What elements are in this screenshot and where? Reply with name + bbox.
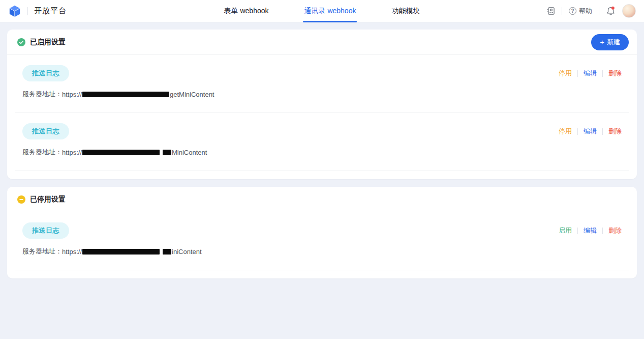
disable-link[interactable]: 停用 [559, 69, 572, 78]
webhook-entry: 推送日志 停用 编辑 删除 服务器地址：https://MiniContent [15, 113, 629, 171]
url-tail: MiniContent [172, 149, 207, 156]
brand: 开放平台 [8, 5, 67, 18]
redaction-bar [163, 249, 171, 255]
action-divider [602, 128, 603, 135]
redaction-bar [82, 150, 160, 155]
app-logo-cube-icon[interactable] [8, 5, 21, 18]
disabled-settings-card: 已停用设置 推送日志 启用 编辑 删除 服务器地址：https://iniCon… [7, 187, 637, 278]
delete-link[interactable]: 删除 [608, 226, 622, 235]
tab-form-webhook[interactable]: 表单 webhook [224, 0, 269, 22]
entry-actions: 停用 编辑 删除 [559, 127, 622, 136]
new-webhook-button[interactable]: + 新建 [591, 34, 629, 50]
tab-contacts-webhook[interactable]: 通讯录 webhook [304, 0, 356, 22]
disable-link[interactable]: 停用 [559, 127, 572, 136]
header-divider [562, 7, 562, 15]
plus-icon: + [600, 38, 604, 46]
server-address-label: 服务器地址： [22, 90, 62, 99]
url-prefix: https:// [62, 91, 82, 98]
edit-link[interactable]: 编辑 [584, 127, 597, 136]
redaction-bar [82, 92, 169, 97]
user-avatar[interactable] [622, 4, 636, 18]
entry-actions: 启用 编辑 删除 [559, 226, 622, 235]
action-divider [577, 228, 578, 234]
url-prefix: https:// [62, 149, 82, 156]
server-address-label: 服务器地址： [22, 247, 62, 256]
header-divider [27, 7, 28, 15]
action-divider [602, 70, 603, 77]
server-address-label: 服务器地址： [22, 148, 62, 157]
push-log-badge[interactable]: 推送日志 [22, 222, 69, 239]
address-book-icon[interactable] [546, 7, 555, 15]
webhook-entry: 推送日志 启用 编辑 删除 服务器地址：https://iniContent [15, 212, 629, 270]
server-address: 服务器地址：https://MiniContent [22, 148, 622, 157]
help-question-icon: ? [569, 7, 576, 15]
server-address: 服务器地址：https://getMiniContent [22, 90, 622, 99]
section-title-enabled: 已启用设置 [30, 38, 66, 47]
page-title: 开放平台 [34, 6, 67, 16]
url-tail: getMiniContent [170, 91, 214, 98]
help-button[interactable]: ? 帮助 [569, 7, 592, 16]
url-tail: iniContent [172, 248, 202, 256]
edit-link[interactable]: 编辑 [584, 69, 597, 78]
server-address: 服务器地址：https://iniContent [22, 247, 622, 256]
enabled-settings-header: 已启用设置 + 新建 [7, 30, 637, 55]
topbar-actions: ? 帮助 [546, 4, 636, 18]
action-divider [577, 128, 578, 135]
check-circle-icon [17, 38, 25, 46]
disabled-settings-header: 已停用设置 [7, 187, 637, 212]
push-log-badge[interactable]: 推送日志 [22, 123, 69, 139]
tab-function-modules[interactable]: 功能模块 [391, 0, 420, 22]
delete-link[interactable]: 删除 [608, 69, 622, 78]
redaction-bar [163, 150, 171, 155]
enabled-settings-card: 已启用设置 + 新建 推送日志 停用 编辑 删除 服务器地址：https://g [7, 30, 637, 179]
redaction-bar [82, 249, 160, 255]
header-divider [599, 7, 599, 15]
top-navigation-bar: 开放平台 表单 webhook 通讯录 webhook 功能模块 ? 帮助 [0, 0, 644, 22]
minus-circle-icon [17, 195, 25, 204]
delete-link[interactable]: 删除 [608, 127, 622, 136]
content-area: 已启用设置 + 新建 推送日志 停用 编辑 删除 服务器地址：https://g [0, 22, 644, 293]
action-divider [602, 228, 603, 234]
push-log-badge[interactable]: 推送日志 [22, 65, 69, 81]
notification-bell-icon[interactable] [606, 6, 616, 16]
action-divider [577, 70, 578, 77]
entry-actions: 停用 编辑 删除 [559, 69, 622, 78]
new-button-label: 新建 [607, 38, 620, 47]
primary-tabs: 表单 webhook 通讯录 webhook 功能模块 [224, 0, 420, 22]
edit-link[interactable]: 编辑 [584, 226, 597, 235]
enable-link[interactable]: 启用 [559, 226, 572, 235]
section-title-disabled: 已停用设置 [30, 195, 66, 204]
url-prefix: https:// [62, 248, 82, 256]
webhook-entry: 推送日志 停用 编辑 删除 服务器地址：https://getMiniConte… [15, 55, 629, 113]
help-label: 帮助 [579, 7, 592, 16]
